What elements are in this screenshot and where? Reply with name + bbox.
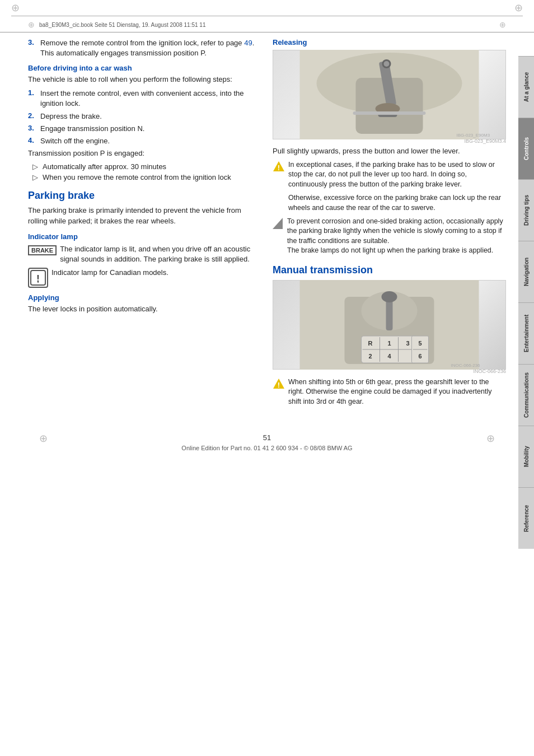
parking-brake-intro: The parking brake is primarily intended …	[28, 206, 261, 227]
carwash-step-1-text: Insert the remote control, even with con…	[40, 88, 261, 109]
content-area: 3. Remove the remote control from the ig…	[0, 32, 534, 410]
top-left-crosshair: ⊕	[11, 3, 20, 13]
carwash-step-2-text: Depress the brake.	[40, 111, 261, 122]
canadian-text: Indicator lamp for Canadian models.	[51, 268, 261, 278]
carwash-step-1: 1. Insert the remote control, even with …	[28, 88, 261, 109]
step-3-item: 3. Remove the remote control from the ig…	[28, 38, 261, 58]
carwash-step-3-num: 3.	[28, 124, 37, 134]
svg-text:6: 6	[418, 353, 421, 360]
applying-heading: Applying	[28, 293, 261, 302]
note-text-1: To prevent corrosion and one-sided braki…	[287, 217, 506, 256]
releasing-heading: Releasing	[273, 38, 506, 46]
sidebar-tab-mobility[interactable]: Mobility	[518, 426, 534, 487]
bullet-item-2: ▷ When you remove the remote control fro…	[28, 173, 261, 181]
sidebar-tab-communications[interactable]: Communications	[518, 364, 534, 426]
svg-point-8	[384, 61, 390, 67]
brake-indicator-box: BRAKE The indicator lamp is lit, and whe…	[28, 244, 261, 264]
svg-text:!: !	[278, 381, 280, 389]
manual-transmission-heading: Manual transmission	[273, 264, 506, 277]
warning-text-2: Otherwise, excessive force on the parkin…	[273, 193, 506, 213]
manual-warning-icon: !	[273, 377, 285, 407]
svg-marker-15	[273, 218, 283, 229]
header-crosshair-left: ⊕	[28, 21, 35, 29]
before-carwash-intro: The vehicle is able to roll when you per…	[28, 74, 261, 85]
bullet-arrow-2: ▷	[32, 173, 39, 181]
bottom-right-crosshair: ⊕	[486, 433, 495, 444]
bottom-crosshairs: ⊕ 51 ⊕	[28, 432, 506, 445]
svg-text:!: !	[278, 164, 280, 172]
left-column: 3. Remove the remote control from the ig…	[28, 38, 261, 410]
sidebar-tab-navigation[interactable]: Navigation	[518, 241, 534, 302]
header-filepath: ba8_E90M3_cic.book Seite 51 Dienstag, 19…	[39, 22, 205, 28]
step-3-text: Remove the remote control from the ignit…	[40, 38, 261, 58]
sidebar-tab-at-a-glance[interactable]: At a glance	[518, 56, 534, 118]
svg-text:3: 3	[406, 340, 409, 347]
svg-point-20	[382, 291, 397, 302]
carwash-step-1-num: 1.	[28, 88, 37, 109]
manual-warning-box: ! When shifting into 5th or 6th gear, pr…	[273, 377, 506, 407]
parking-brake-heading: Parking brake	[28, 189, 261, 202]
gear-shift-image: R 1 3 2 4 5 6 INOC-066-236	[273, 280, 506, 370]
top-crosshairs: ⊕ ⊕	[0, 0, 534, 16]
warning-icon-1: !	[273, 160, 285, 190]
footer-page-num: 51	[263, 433, 271, 444]
svg-text:5: 5	[418, 340, 421, 347]
brake-label: BRAKE	[28, 245, 57, 255]
canadian-icon: !	[28, 268, 48, 288]
step-3-link[interactable]: 49	[244, 39, 252, 47]
right-column: Releasing IBG-023_E90M3	[273, 38, 506, 410]
note-icon-1	[273, 218, 284, 256]
transmission-engaged-text: Transmission position P is engaged:	[28, 148, 261, 159]
bullet-arrow-1: ▷	[32, 162, 39, 171]
releasing-image: IBG-023_E90M3	[273, 50, 506, 139]
header-crosshair-right: ⊕	[499, 21, 506, 29]
warning-box-1: ! In exceptional cases, if the parking b…	[273, 160, 506, 190]
footer-text: Online Edition for Part no. 01 41 2 600 …	[28, 445, 506, 451]
bullet-text-1: Automatically after approx. 30 minutes	[43, 162, 166, 171]
carwash-step-4: 4. Switch off the engine.	[28, 136, 261, 146]
canadian-indicator-box: ! Indicator lamp for Canadian models.	[28, 268, 261, 288]
sidebar-tab-controls[interactable]: Controls	[518, 118, 534, 179]
svg-text:1: 1	[387, 340, 391, 347]
header-bar: ⊕ ba8_E90M3_cic.book Seite 51 Dienstag, …	[0, 16, 534, 32]
svg-text:IBG-023_E90M3: IBG-023_E90M3	[457, 133, 490, 138]
top-right-crosshair: ⊕	[514, 3, 523, 13]
carwash-step-4-num: 4.	[28, 136, 37, 146]
carwash-step-2-num: 2.	[28, 111, 37, 122]
brake-text: The indicator lamp is lit, and when you …	[60, 244, 261, 264]
carwash-step-4-text: Switch off the engine.	[40, 136, 261, 146]
applying-text: The lever locks in position automaticall…	[28, 304, 261, 315]
warning-text-1: In exceptional cases, if the parking bra…	[288, 160, 506, 190]
svg-point-2	[38, 282, 39, 283]
svg-text:INOC-066-236: INOC-066-236	[451, 363, 481, 368]
svg-text:2: 2	[368, 353, 372, 360]
bullet-item-1: ▷ Automatically after approx. 30 minutes	[28, 162, 261, 171]
bullet-text-2: When you remove the remote control from …	[43, 173, 231, 181]
svg-text:4: 4	[387, 353, 391, 360]
sidebar-tab-reference[interactable]: Reference	[518, 487, 534, 549]
svg-text:R: R	[368, 340, 373, 347]
releasing-description: Pull slightly upwards, press the button …	[273, 146, 506, 157]
indicator-lamp-heading: Indicator lamp	[28, 232, 261, 241]
sidebar-tabs: At a glance Controls Driving tips Naviga…	[518, 56, 534, 549]
bottom-left-crosshair: ⊕	[39, 433, 48, 444]
carwash-step-3: 3. Engage transmission position N.	[28, 124, 261, 134]
page-footer: ⊕ 51 ⊕ Online Edition for Part no. 01 41…	[0, 421, 534, 457]
step-3-num: 3.	[28, 38, 37, 58]
note-box-1: To prevent corrosion and one-sided braki…	[273, 217, 506, 256]
before-carwash-heading: Before driving into a car wash	[28, 64, 261, 72]
sidebar-tab-entertainment[interactable]: Entertainment	[518, 302, 534, 364]
carwash-step-2: 2. Depress the brake.	[28, 111, 261, 122]
carwash-step-3-text: Engage transmission position N.	[40, 124, 261, 134]
manual-warning-text: When shifting into 5th or 6th gear, pres…	[288, 377, 506, 407]
svg-rect-11	[353, 111, 426, 115]
sidebar-tab-driving-tips[interactable]: Driving tips	[518, 179, 534, 241]
